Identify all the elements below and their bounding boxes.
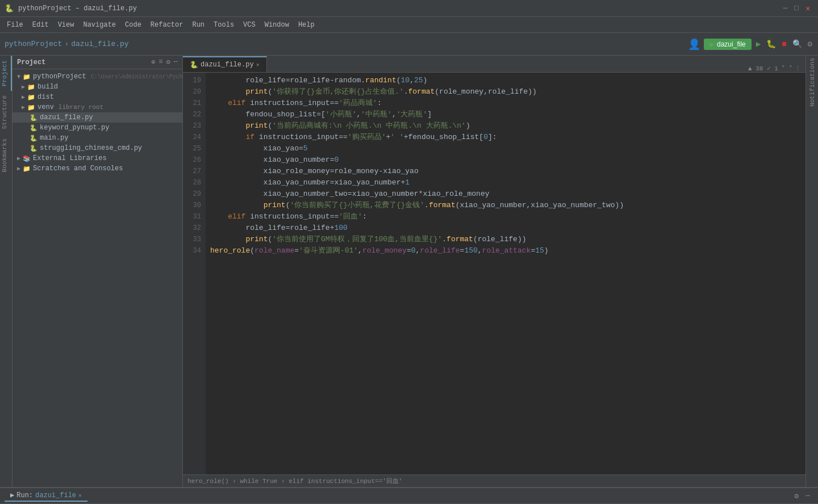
menu-file[interactable]: File — [2, 20, 28, 30]
close-button[interactable]: ✕ — [802, 4, 813, 13]
bookmarks-tab[interactable]: Bookmarks — [0, 134, 12, 177]
toolbar-right: 👤 ▶ dazui_file ▶ 🐛 ■ 🔍 ⚙ — [688, 38, 813, 51]
bottom-panel-tabs: ▶ Run: dazui_file ✕ ⚙ ─ — [0, 488, 818, 504]
run-button[interactable]: ▶ dazui_file — [704, 39, 752, 50]
menu-code[interactable]: Code — [120, 20, 146, 30]
breadcrumb-text: hero_role() › while True › elif instruct… — [187, 477, 402, 485]
editor-menu-icon[interactable]: ⋮ — [795, 65, 801, 72]
build-arrow: ▶ — [22, 83, 25, 90]
py-icon-dazui: 🐍 — [30, 114, 37, 121]
toolbar: pythonProject › dazui_file.py 👤 ▶ dazui_… — [0, 33, 818, 56]
scratches-label: Scratches and Consoles — [33, 165, 123, 173]
structure-tab[interactable]: Structure — [0, 91, 12, 133]
menu-run[interactable]: Run — [187, 20, 209, 30]
root-path: C:\Users\Administrator\PycharmProje... — [91, 74, 182, 80]
menu-tools[interactable]: Tools — [209, 20, 239, 30]
venv-arrow: ▶ — [22, 104, 25, 111]
menu-refactor[interactable]: Refactor — [146, 20, 188, 30]
menu-navigate[interactable]: Navigate — [78, 20, 120, 30]
minimize-panel-icon[interactable]: ─ — [174, 58, 178, 66]
run-tab-close[interactable]: ✕ — [78, 492, 82, 499]
scratches-item[interactable]: ▶ 📁 Scratches and Consoles — [12, 163, 182, 174]
settings-panel-icon[interactable]: ⚙ — [166, 58, 170, 66]
run-tab[interactable]: ▶ Run: dazui_file ✕ — [5, 490, 87, 502]
settings-icon[interactable]: ⚙ — [807, 38, 813, 50]
menu-vcs[interactable]: VCS — [239, 20, 260, 30]
build-icon: 📁 — [27, 83, 35, 91]
app-icon: 🐍 — [5, 4, 14, 13]
editor-tabs: 🐍 dazui_file.py ✕ ▲ 38 ✓ 1 ˅ ˄ ⋮ — [183, 56, 806, 73]
struggling-file-item[interactable]: 🐍 struggling_chinese_cmd.py — [12, 143, 182, 153]
project-tab[interactable]: Project — [0, 56, 12, 91]
editor-breadcrumb: hero_role() › while True › elif instruct… — [183, 474, 806, 487]
dazui-file-item[interactable]: 🐍 dazui_file.py — [12, 112, 182, 123]
dist-arrow: ▶ — [22, 94, 25, 100]
menu-window[interactable]: Window — [260, 20, 294, 30]
tab-file-icon: 🐍 — [190, 61, 198, 69]
menu-help[interactable]: Help — [294, 20, 319, 30]
run-action-icon[interactable]: ▶ — [755, 38, 762, 50]
project-header: Project ⊕ ≡ ⚙ ─ — [12, 56, 182, 69]
bottom-minimize-icon[interactable]: ─ — [802, 490, 813, 501]
project-breadcrumb: pythonProject › dazui_file.py — [5, 40, 683, 48]
search-icon[interactable]: 🔍 — [791, 38, 803, 50]
editor-tab-actions: ▲ 38 ✓ 1 ˅ ˄ ⋮ — [267, 65, 806, 72]
ext-arrow: ▶ — [17, 155, 20, 162]
minimize-button[interactable]: ─ — [780, 4, 791, 12]
py-icon-keyword: 🐍 — [30, 124, 37, 132]
project-header-icons: ⊕ ≡ ⚙ ─ — [151, 58, 178, 66]
build-label: build — [37, 83, 58, 91]
left-sidebar-tabs: Project Structure Bookmarks — [0, 56, 12, 487]
debug-icon[interactable]: 🐛 — [765, 38, 777, 50]
root-name: pythonProject — [33, 73, 86, 81]
scratches-arrow: ▶ — [17, 165, 20, 172]
scratches-icon: 📁 — [23, 165, 31, 173]
project-panel-title: Project — [17, 58, 45, 66]
sync-icon[interactable]: ⊕ — [151, 58, 155, 66]
editor-tab-dazui[interactable]: 🐍 dazui_file.py ✕ — [183, 56, 267, 72]
dist-folder[interactable]: ▶ 📁 dist — [12, 92, 182, 102]
run-tab-label: Run: — [16, 492, 33, 499]
venv-folder[interactable]: ▶ 📁 venv library root — [12, 102, 182, 112]
project-name[interactable]: pythonProject — [5, 40, 62, 48]
root-arrow: ▼ — [17, 74, 20, 80]
run-tab-icon: ▶ — [10, 491, 14, 499]
py-icon-struggling: 🐍 — [30, 145, 37, 152]
struggling-file-label: struggling_chinese_cmd.py — [40, 144, 142, 152]
ext-libraries-item[interactable]: ▶ 📚 External Libraries — [12, 153, 182, 163]
main-file-label: main.py — [40, 134, 68, 142]
root-folder-icon: 📁 — [23, 73, 31, 81]
lib-icon: 📚 — [23, 155, 31, 162]
keyword-file-item[interactable]: 🐍 keyword_pynupt.py — [12, 123, 182, 133]
venv-suffix: library root — [59, 104, 103, 111]
notifications-label[interactable]: Notifications — [809, 58, 816, 107]
project-panel: Project ⊕ ≡ ⚙ ─ ▼ 📁 pythonProject C:\Use… — [12, 56, 183, 487]
build-folder[interactable]: ▶ 📁 build — [12, 82, 182, 92]
editor-area: 🐍 dazui_file.py ✕ ▲ 38 ✓ 1 ˅ ˄ ⋮ 19 20 2… — [183, 56, 806, 487]
dist-label: dist — [37, 93, 54, 101]
dazui-file-label: dazui_file.py — [40, 114, 93, 121]
menu-view[interactable]: View — [53, 20, 79, 30]
venv-icon: 📁 — [27, 104, 35, 111]
stop-icon[interactable]: ■ — [781, 39, 787, 50]
project-tree: ▼ 📁 pythonProject C:\Users\Administrator… — [12, 69, 182, 487]
line-count: ▲ 38 ✓ 1 ˅ ˄ — [748, 65, 792, 72]
tab-close-icon[interactable]: ✕ — [256, 61, 260, 68]
menu-edit[interactable]: Edit — [28, 20, 53, 30]
menu-bar: File Edit View Navigate Code Refactor Ru… — [0, 17, 818, 33]
avatar-icon[interactable]: 👤 — [688, 38, 700, 51]
keyword-file-label: keyword_pynupt.py — [40, 124, 109, 132]
line-numbers: 19 20 21 22 23 24 25 26 27 28 29 30 31 3… — [183, 73, 206, 474]
collapse-icon[interactable]: ≡ — [158, 58, 162, 66]
main-file-item[interactable]: 🐍 main.py — [12, 133, 182, 143]
code-content[interactable]: role_life=role_life-random.randint(10,25… — [206, 73, 806, 474]
bottom-settings-icon[interactable]: ⚙ — [791, 490, 802, 502]
main-area: Project Structure Bookmarks Project ⊕ ≡ … — [0, 56, 818, 487]
window-title: pythonProject – dazui_file.py — [18, 5, 137, 12]
code-editor[interactable]: 19 20 21 22 23 24 25 26 27 28 29 30 31 3… — [183, 73, 806, 474]
maximize-button[interactable]: □ — [791, 4, 802, 12]
project-root-item[interactable]: ▼ 📁 pythonProject C:\Users\Administrator… — [12, 72, 182, 82]
title-bar: 🐍 pythonProject – dazui_file.py ─ □ ✕ — [0, 0, 818, 17]
py-icon-main: 🐍 — [30, 135, 37, 142]
file-name-tab[interactable]: dazui_file.py — [71, 40, 128, 48]
